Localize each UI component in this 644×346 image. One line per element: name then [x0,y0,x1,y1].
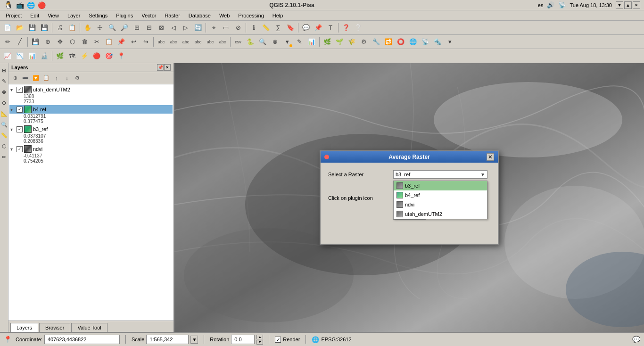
menu-project[interactable]: Project [2,12,25,19]
plugin-btn3[interactable]: ⚡ [79,50,90,62]
dialog-close-button[interactable]: ✕ [487,153,494,161]
pan-map-button[interactable]: ☩ [94,22,106,33]
grass7-button[interactable]: ⭕ [395,36,406,48]
tab-browser[interactable]: Browser [39,323,70,332]
add-feature-button[interactable]: ⊕ [42,36,53,48]
chart3-button[interactable]: 📊 [26,50,38,62]
open-project-button[interactable]: 📂 [14,22,25,33]
scale-dropdown-arrow[interactable]: ▼ [190,336,198,344]
dropdown-option-b3-ref[interactable]: b3_ref [394,181,487,190]
menu-plugins[interactable]: Plugins [112,12,137,19]
filter-layer-button[interactable]: 🔽 [31,74,41,83]
map-canvas[interactable]: Average Raster ✕ Select a Raster b3_ref [174,63,644,332]
grass3-button[interactable]: 🌾 [346,36,357,48]
pan-button[interactable]: ✋ [82,22,93,33]
help-button[interactable]: ❓ [340,22,352,33]
identify-button[interactable]: ℹ [248,22,259,33]
select-rect-button[interactable]: ▭ [220,22,231,33]
search2-button[interactable]: 🔍 [257,36,268,48]
menu-view[interactable]: View [44,12,63,19]
expand-toggle[interactable]: ▾ [10,87,15,92]
dropdown-option-ndvi[interactable]: ndvi [394,200,487,209]
sum-button[interactable]: ∑ [272,22,284,33]
save-button[interactable]: 💾 [26,22,38,33]
measure-button[interactable]: 📏 [260,22,272,33]
menu-settings[interactable]: Settings [85,12,111,19]
zoom-in-button[interactable]: 🔍 [107,22,118,33]
csv-button[interactable]: csv [232,36,244,48]
target-button[interactable]: 🎯 [103,50,115,62]
save-edits-button[interactable]: 💾 [30,36,41,48]
messages-icon[interactable]: 💬 [632,336,640,343]
deselect-button[interactable]: ⊘ [232,22,244,33]
layer-checkbox[interactable] [17,87,23,93]
python-button[interactable]: 🐍 [245,36,256,48]
dropdown-option-utah-dem[interactable]: utah_demUTM2 [394,209,487,219]
vbar-btn4[interactable]: ⊕ [0,98,8,108]
refresh-button[interactable]: 🔄 [192,22,204,33]
zoom-selection-button[interactable]: ⊠ [156,22,167,33]
vbar-btn8[interactable]: ⬡ [0,141,8,151]
cut-button[interactable]: ✂ [91,36,102,48]
zoom-out-button[interactable]: 🔎 [119,22,130,33]
whats-this-button[interactable]: ❔ [353,22,364,33]
tips-button[interactable]: 📌 [313,22,324,33]
zoom-full-button[interactable]: ⊞ [131,22,142,33]
label4-button[interactable]: abc [192,36,204,48]
rotation-input[interactable] [231,335,255,344]
panel-close-button[interactable]: ✕ [164,64,171,71]
label3-button[interactable]: abc [180,36,191,48]
menu-database[interactable]: Database [185,12,215,19]
redo-button[interactable]: ↪ [140,36,151,48]
print-button[interactable]: 🖨 [54,22,66,33]
tab-layers[interactable]: Layers [10,323,38,332]
label2-button[interactable]: abc [168,36,179,48]
vbar-btn5[interactable]: 📐 [0,108,8,119]
maximize-button[interactable]: ▲ [624,1,632,9]
move-feature-button[interactable]: ✥ [54,36,66,48]
grass9-button[interactable]: 📡 [420,36,431,48]
delete-button[interactable]: 🗑 [79,36,90,48]
text-button[interactable]: T [325,22,336,33]
move-layer-down-button[interactable]: ↓ [62,74,72,83]
close-button[interactable]: ✕ [633,1,640,9]
undo-button[interactable]: ↩ [128,36,139,48]
layer-checkbox[interactable] [17,126,23,132]
zoom-layer-button[interactable]: ⊟ [143,22,155,33]
scale-input[interactable] [146,335,189,344]
bookmark-button[interactable]: 🔖 [285,22,296,33]
grass4-button[interactable]: ⚙ [358,36,370,48]
panel-pin-button[interactable]: 📌 [157,64,164,71]
grass5-button[interactable]: 🔧 [371,36,382,48]
minimize-button[interactable]: ▼ [616,1,623,9]
label5-button[interactable]: abc [205,36,216,48]
expand-toggle[interactable]: ▾ [10,147,15,152]
annotation-button[interactable]: 💬 [300,22,312,33]
menu-layer[interactable]: Layer [64,12,84,19]
print-composer-button[interactable]: 📋 [66,22,78,33]
open-attribute-button[interactable]: 📋 [41,74,51,83]
zoom-next-button[interactable]: ▷ [180,22,191,33]
vbar-btn1[interactable]: ⊞ [0,65,8,75]
vbar-btn3[interactable]: ⊗ [0,87,8,97]
plugin-btn4[interactable]: 🔴 [91,50,102,62]
edit-pencil-button[interactable]: ✏ [2,36,13,48]
menu-raster[interactable]: Raster [161,12,183,19]
menu-web[interactable]: Web [215,12,233,19]
grass11-button[interactable]: ▾ [444,36,455,48]
label6-button[interactable]: abc [217,36,228,48]
coordinate-input[interactable] [44,335,120,344]
plugin1-button[interactable]: ⊗ [269,36,281,48]
plugin-btn1[interactable]: 🌿 [54,50,66,62]
chart2-button[interactable]: 📉 [14,50,25,62]
label-button[interactable]: abc [156,36,167,48]
list-item[interactable]: ▾ b3_ref [9,125,173,133]
draw-button[interactable]: ✎ [294,36,305,48]
expand-toggle[interactable]: ▾ [10,107,15,112]
plugin-btn5[interactable]: 📍 [116,50,127,62]
edit-line-button[interactable]: ╱ [14,36,25,48]
menu-help[interactable]: Help [269,12,287,19]
list-item[interactable]: ▾ b4 ref [9,105,173,114]
rotation-down-button[interactable]: ▼ [256,340,263,345]
grass-edit-button[interactable]: 🌿 [322,36,333,48]
